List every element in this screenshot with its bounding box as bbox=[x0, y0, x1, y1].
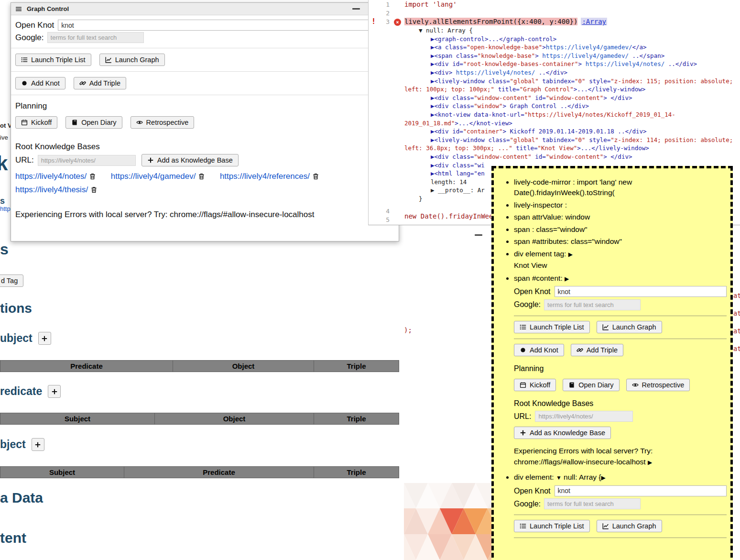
add-predicate-button[interactable] bbox=[48, 385, 61, 398]
tooltip-item-div-element: div element: ▼ null: Array {▶ Open Knot … bbox=[514, 472, 727, 538]
open-diary-button[interactable]: Open Diary bbox=[563, 379, 619, 391]
trash-icon[interactable] bbox=[198, 172, 205, 181]
launch-triple-list-button[interactable]: Launch Triple List bbox=[15, 54, 91, 66]
inspector-node[interactable]: ▶<span class="knowledge-base"> https://l… bbox=[404, 52, 739, 60]
expand-arrow-icon[interactable]: ▶ bbox=[568, 251, 573, 258]
kickoff-button[interactable]: Kickoff bbox=[514, 379, 556, 391]
open-knot-input[interactable] bbox=[58, 20, 394, 31]
tooltip-text: span #content: bbox=[514, 274, 563, 282]
add-knowledge-base-button[interactable]: Add as Knowledge Base bbox=[141, 154, 239, 166]
tooltip-item-span-class: span : class="window" bbox=[514, 224, 727, 235]
add-knot-button[interactable]: Add Knot bbox=[15, 77, 65, 89]
tooltip-text: div element: bbox=[514, 473, 554, 481]
error-expression[interactable]: lively.allElementsFromPoint({x:400, y:40… bbox=[404, 18, 577, 25]
button-label: Add as Knowledge Base bbox=[157, 156, 233, 164]
launch-graph-button[interactable]: Launch Graph bbox=[597, 321, 662, 333]
inspector-node[interactable]: ▶<div class="window-content" id="window-… bbox=[404, 94, 739, 102]
retrospective-button[interactable]: Retrospective bbox=[131, 116, 195, 129]
knowledge-base-list: https://lively4/notes/ https://lively4/g… bbox=[15, 170, 394, 197]
button-label: Retrospective bbox=[146, 119, 189, 126]
open-knot-input[interactable] bbox=[555, 485, 727, 496]
knowledge-base-link[interactable]: https://lively4/references/ bbox=[220, 172, 310, 181]
predicate-object-table-header: PredicateObjectTriple bbox=[0, 360, 399, 372]
add-knot-button[interactable]: Add Knot bbox=[514, 344, 564, 356]
predicate-heading-fragment: redicate bbox=[0, 385, 42, 398]
clipped-code-fragment: at bbox=[733, 327, 740, 335]
button-label: Add Knot bbox=[31, 79, 60, 87]
add-knowledge-base-button[interactable]: Add as Knowledge Base bbox=[514, 427, 611, 439]
button-label: Add Triple bbox=[587, 346, 618, 354]
inspector-node[interactable]: ▼ null: Array { bbox=[404, 26, 739, 35]
minimize-icon[interactable] bbox=[352, 8, 360, 10]
line-number: 2 bbox=[369, 10, 390, 17]
error-circle-icon: × bbox=[394, 19, 401, 26]
expand-arrow-icon[interactable]: ▶ bbox=[648, 459, 652, 466]
inspector-node[interactable]: ▶<div id="container"> Kickoff 2019.01.14… bbox=[404, 127, 739, 136]
add-triple-button[interactable]: Add Triple bbox=[74, 77, 126, 89]
content-heading-fragment: tent bbox=[0, 530, 26, 546]
expand-arrow-icon[interactable]: ▶ bbox=[565, 275, 569, 282]
add-subject-button[interactable] bbox=[38, 332, 51, 345]
window-content: Open Knot Google: Launch Triple List Lau… bbox=[11, 15, 399, 220]
launch-triple-list-button[interactable]: Launch Triple List bbox=[514, 520, 590, 532]
google-search-input[interactable] bbox=[544, 299, 641, 310]
table-header-cell: Subject bbox=[0, 413, 155, 425]
tooltip-text: span #attributes: class="window" bbox=[514, 237, 622, 245]
url-label: URL: bbox=[15, 155, 34, 165]
inspector-node[interactable]: ▶<div id="root-knowledge-bases-container… bbox=[404, 60, 739, 68]
google-label: Google: bbox=[514, 299, 541, 310]
add-tag-button[interactable]: d Tag bbox=[0, 275, 23, 287]
inspector-node[interactable]: ▶<div class="window-content" id="window-… bbox=[404, 153, 739, 161]
inspector-node[interactable]: ▶<knot-view data-knot-url="https://livel… bbox=[404, 110, 739, 127]
minimize-icon[interactable] bbox=[475, 234, 482, 236]
knowledge-base-url-input[interactable] bbox=[535, 411, 633, 422]
trash-icon[interactable] bbox=[90, 185, 98, 194]
kickoff-button[interactable]: Kickoff bbox=[15, 116, 57, 129]
retrospective-button[interactable]: Retrospective bbox=[626, 379, 690, 391]
tooltip-text: lively-code-mirror : import 'lang' new D… bbox=[514, 178, 632, 197]
google-search-input[interactable] bbox=[544, 498, 641, 509]
type-annotation-link[interactable]: :Array bbox=[581, 18, 607, 25]
inspector-node[interactable]: ▶<div> https://lively4/notes/ ..</div> bbox=[404, 68, 739, 77]
open-diary-button[interactable]: Open Diary bbox=[65, 116, 122, 129]
line-number: 4 bbox=[369, 208, 390, 215]
menu-icon[interactable] bbox=[15, 6, 22, 12]
tooltip-item-span-attrvalue: span attrValue: window bbox=[514, 212, 727, 222]
inspector-node[interactable]: ▶<lively-window class="global" tabindex=… bbox=[404, 77, 739, 94]
clipped-link-fragment[interactable]: http bbox=[0, 205, 11, 212]
google-search-input[interactable] bbox=[47, 32, 144, 43]
open-knot-input[interactable] bbox=[555, 286, 727, 297]
clipped-code-fragment: at bbox=[733, 345, 740, 352]
inspector-node[interactable]: ▶<graph-control>...</graph-control> bbox=[404, 35, 739, 44]
meta-data-heading-fragment: a Data bbox=[0, 490, 43, 506]
plus-icon bbox=[147, 157, 154, 164]
tooltip-item-span-content: span #content: ▶ Open Knot Google: Launc… bbox=[514, 273, 727, 467]
button-label: Kickoff bbox=[530, 381, 550, 389]
calendar-icon bbox=[21, 119, 28, 126]
chart-icon bbox=[602, 324, 609, 330]
trash-icon[interactable] bbox=[312, 172, 319, 181]
inspector-node[interactable]: ▶<div class="window"> Graph Control ..</… bbox=[404, 102, 739, 110]
launch-graph-button[interactable]: Launch Graph bbox=[99, 54, 165, 66]
code-line[interactable] bbox=[404, 9, 739, 17]
code-line[interactable]: lively.allElementsFromPoint({x:400, y:40… bbox=[404, 17, 739, 26]
collapse-arrow-icon[interactable]: ▼ bbox=[556, 474, 562, 481]
code-line[interactable]: import 'lang' bbox=[404, 0, 739, 9]
knowledge-base-link[interactable]: https://lively4/gamedev/ bbox=[111, 172, 196, 181]
add-object-button[interactable] bbox=[32, 438, 44, 451]
inspector-node[interactable]: ▶<a class="open-knowledge-base">https://… bbox=[404, 43, 739, 52]
open-knot-label: Open Knot bbox=[514, 286, 551, 297]
knowledge-base-link[interactable]: https://lively4/thesis/ bbox=[15, 185, 88, 194]
clipped-window-title-fragment: ot V bbox=[0, 122, 12, 129]
window-titlebar[interactable]: Graph Control bbox=[11, 3, 399, 15]
knowledge-base-url-input[interactable] bbox=[38, 155, 136, 166]
add-triple-button[interactable]: Add Triple bbox=[571, 344, 623, 356]
launch-graph-button[interactable]: Launch Graph bbox=[597, 520, 662, 532]
knowledge-base-link[interactable]: https://lively4/notes/ bbox=[15, 172, 87, 181]
launch-triple-list-button[interactable]: Launch Triple List bbox=[514, 321, 590, 333]
inspector-node[interactable]: ▶<lively-window class="global" tabindex=… bbox=[404, 136, 739, 153]
knowledge-base-item: https://lively4/thesis/ bbox=[15, 184, 98, 196]
tooltip-item-code-mirror: lively-code-mirror : import 'lang' new D… bbox=[514, 177, 727, 198]
trash-icon[interactable] bbox=[89, 172, 96, 181]
expand-arrow-icon[interactable]: ▶ bbox=[601, 474, 606, 481]
